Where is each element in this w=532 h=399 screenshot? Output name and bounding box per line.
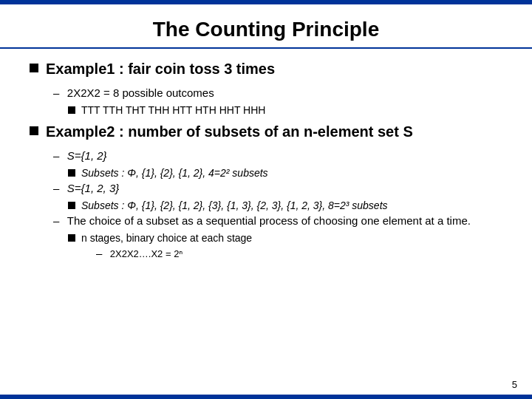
dash-1: –	[53, 86, 59, 99]
dash-4: –	[53, 214, 59, 227]
example2-item3: – The choice of a subset as a sequential…	[53, 214, 502, 228]
example1-sub1: – 2X2X2 = 8 possible outcomes	[53, 86, 502, 100]
example2-item3-sub-text: n stages, binary choice at each stage	[81, 232, 252, 244]
example1-sub2: TTT TTH THT THH HTT HTH HHT HHH	[68, 104, 502, 116]
example2-item1-subsets: Subsets : Φ, {1}, {2}, {1, 2}, 4=2² subs…	[68, 167, 502, 179]
example1-label: Example1 : fair coin toss 3 times	[46, 61, 275, 78]
dash-5: –	[96, 247, 102, 259]
dash-3: –	[53, 182, 59, 194]
example2-item3-subsub-text: 2X2X2….X2 = 2ⁿ	[110, 248, 183, 259]
bullet-icon-sm-2	[68, 169, 75, 177]
example2-item1: – S={1, 2}	[53, 149, 502, 163]
slide-title: The Counting Principle	[44, 18, 488, 41]
bullet-icon-sm-4	[68, 234, 75, 242]
page-number: 5	[512, 379, 517, 390]
title-area: The Counting Principle	[0, 4, 532, 49]
example2-label: Example2 : number of subsets of an n-ele…	[46, 123, 413, 140]
slide: The Counting Principle Example1 : fair c…	[0, 0, 532, 399]
example1-sub1-text: 2X2X2 = 8 possible outcomes	[67, 86, 214, 99]
example2-item2-subsets: Subsets : Φ, {1}, {2}, {1, 2}, {3}, {1, …	[68, 200, 502, 211]
example2-item2-dash: S={1, 2, 3}	[67, 182, 119, 194]
example2-item3-subsub: – 2X2X2….X2 = 2ⁿ	[96, 247, 502, 260]
bullet-icon-sm-1	[68, 106, 75, 114]
example2-item3-dash: The choice of a subset as a sequential p…	[67, 214, 471, 227]
content-area: Example1 : fair coin toss 3 times – 2X2X…	[0, 49, 532, 395]
example1-bullet: Example1 : fair coin toss 3 times	[30, 61, 502, 78]
bottom-bar	[0, 395, 532, 399]
example2-item2: – S={1, 2, 3}	[53, 182, 502, 195]
dash-2: –	[53, 149, 59, 162]
example2-item3-sub: n stages, binary choice at each stage	[68, 232, 502, 244]
example2-item1-dash: S={1, 2}	[67, 149, 107, 162]
bullet-icon-1	[30, 64, 38, 72]
example2-item2-subsets-text: Subsets : Φ, {1}, {2}, {1, 2}, {3}, {1, …	[81, 200, 388, 211]
example1-sub2-text: TTT TTH THT THH HTT HTH HHT HHH	[81, 104, 265, 116]
bullet-icon-sm-3	[68, 202, 75, 209]
bullet-icon-2	[30, 126, 38, 135]
example2-bullet: Example2 : number of subsets of an n-ele…	[30, 123, 502, 140]
example2-item1-subsets-text: Subsets : Φ, {1}, {2}, {1, 2}, 4=2² subs…	[81, 167, 268, 179]
